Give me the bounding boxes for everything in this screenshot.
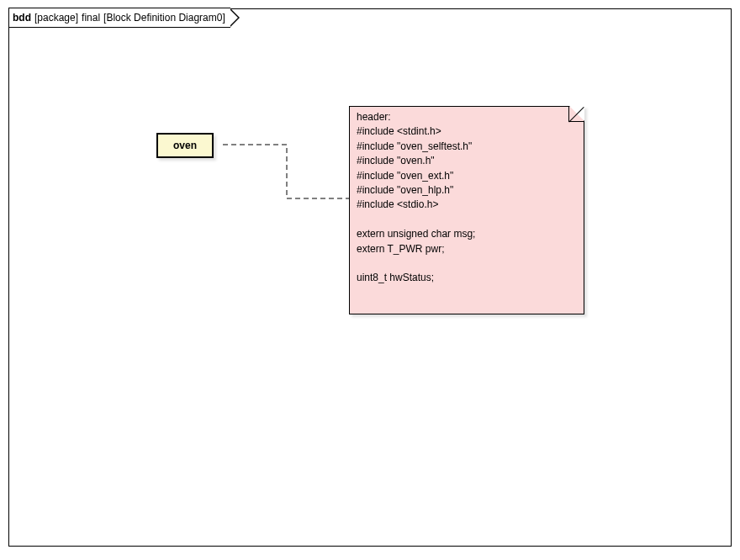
frame-kind: bdd — [13, 10, 31, 25]
bdd-diagram-frame: bdd [package] final [Block Definition Di… — [8, 8, 732, 547]
block-oven[interactable]: oven — [156, 133, 214, 158]
frame-suffix: [Block Definition Diagram0] — [103, 10, 225, 25]
note-text: header: #include <stdint.h> #include "ov… — [357, 110, 577, 286]
comment-note[interactable]: header: #include <stdint.h> #include "ov… — [349, 106, 584, 314]
frame-name: final — [82, 10, 100, 25]
frame-header-tab: bdd [package] final [Block Definition Di… — [8, 8, 240, 27]
block-name: oven — [173, 140, 197, 151]
frame-scope: [package] — [34, 10, 78, 25]
